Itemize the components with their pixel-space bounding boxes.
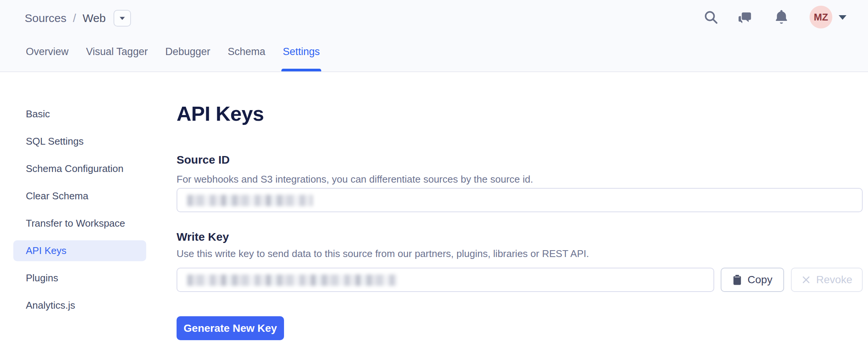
copy-write-key-button[interactable]: Copy bbox=[721, 268, 784, 292]
source-id-description: For webhooks and S3 integrations, you ca… bbox=[177, 174, 533, 185]
revoke-write-key-button[interactable]: Revoke bbox=[791, 268, 863, 292]
messages-button[interactable] bbox=[737, 10, 753, 25]
sidebar-item-clear-schema[interactable]: Clear Schema bbox=[13, 186, 146, 207]
source-id-heading: Source ID bbox=[177, 153, 230, 166]
sidebar-item-analytics-js[interactable]: Analytics.js bbox=[13, 295, 146, 316]
settings-sidebar: Basic SQL Settings Schema Configuration … bbox=[13, 104, 146, 322]
top-header: Sources / Web MZ Overview Visual Tagger bbox=[0, 0, 868, 72]
tab-schema[interactable]: Schema bbox=[228, 46, 265, 71]
generate-new-key-button[interactable]: Generate New Key bbox=[177, 316, 284, 340]
search-icon bbox=[703, 9, 718, 25]
sidebar-item-plugins[interactable]: Plugins bbox=[13, 268, 146, 289]
user-avatar[interactable]: MZ bbox=[810, 6, 832, 28]
search-button[interactable] bbox=[703, 9, 718, 25]
avatar-initials: MZ bbox=[814, 11, 828, 23]
copy-button-label: Copy bbox=[748, 274, 772, 286]
tab-visual-tagger[interactable]: Visual Tagger bbox=[86, 46, 148, 71]
source-tabs: Overview Visual Tagger Debugger Schema S… bbox=[26, 0, 320, 71]
clipboard-icon bbox=[732, 274, 742, 285]
sidebar-item-schema-configuration[interactable]: Schema Configuration bbox=[13, 158, 146, 179]
tab-debugger[interactable]: Debugger bbox=[165, 46, 210, 71]
close-icon bbox=[802, 275, 811, 284]
write-key-description: Use this write key to send data to this … bbox=[177, 248, 589, 260]
notifications-button[interactable] bbox=[773, 9, 789, 26]
page-title: API Keys bbox=[177, 102, 264, 125]
sidebar-item-api-keys[interactable]: API Keys bbox=[13, 240, 146, 261]
write-key-heading: Write Key bbox=[177, 230, 229, 243]
tab-settings[interactable]: Settings bbox=[283, 46, 320, 71]
tab-overview[interactable]: Overview bbox=[26, 46, 69, 71]
write-key-redacted-value bbox=[187, 274, 397, 286]
write-key-field[interactable] bbox=[177, 268, 714, 292]
user-menu-button[interactable] bbox=[838, 14, 847, 20]
source-id-field[interactable] bbox=[177, 188, 863, 212]
source-id-redacted-value bbox=[187, 195, 312, 206]
sidebar-item-sql-settings[interactable]: SQL Settings bbox=[13, 131, 146, 152]
revoke-button-label: Revoke bbox=[816, 274, 852, 286]
chevron-down-icon bbox=[838, 14, 847, 20]
sidebar-item-basic[interactable]: Basic bbox=[13, 104, 146, 125]
chat-icon bbox=[737, 10, 753, 25]
bell-icon bbox=[773, 9, 789, 26]
sidebar-item-transfer-to-workspace[interactable]: Transfer to Workspace bbox=[13, 213, 146, 234]
